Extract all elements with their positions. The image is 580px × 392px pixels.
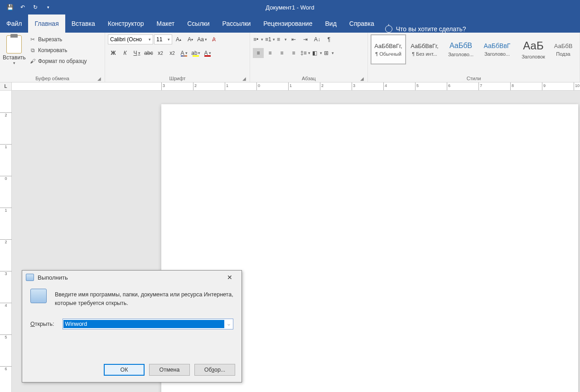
group-styles-label: Стили (371, 75, 577, 82)
horizontal-ruler[interactable]: 32101234567891011121314151617 (12, 82, 580, 91)
style-no-spacing[interactable]: АаБбВвГг, ¶ Без инт... (407, 34, 442, 64)
styles-gallery[interactable]: АаБбВвГг, ¶ Обычный АаБбВвГг, ¶ Без инт.… (371, 34, 575, 64)
underline-button[interactable]: Ч▾ (131, 48, 142, 58)
ruler-corner[interactable]: L (0, 82, 12, 91)
font-color-button[interactable]: A▾ (202, 48, 213, 58)
paste-label: Вставить (3, 54, 26, 61)
cut-button[interactable]: ✂ Вырезать (27, 34, 89, 44)
multilevel-button[interactable]: ≡▾ (276, 34, 287, 44)
shrink-font-button[interactable]: A▾ (185, 34, 196, 44)
increase-indent-button[interactable]: ⇥ (300, 34, 311, 44)
text-effects-button[interactable]: A▾ (179, 48, 189, 58)
close-button[interactable]: ✕ (222, 271, 238, 284)
scissors-icon: ✂ (29, 36, 36, 43)
vertical-ruler[interactable]: 210123456789101112 (0, 91, 12, 392)
run-icon (30, 289, 47, 303)
tell-me-label: Что вы хотите сделать? (396, 25, 466, 33)
undo-icon[interactable]: ↶ (17, 2, 28, 13)
group-font-label: Шрифт◢ (108, 75, 247, 82)
dialog-launcher-icon[interactable]: ◢ (97, 76, 101, 81)
grow-font-button[interactable]: A▴ (173, 34, 184, 44)
cancel-button[interactable]: Отмена (149, 364, 190, 376)
numbering-button[interactable]: ≡1▾ (265, 34, 276, 44)
style-normal[interactable]: АаБбВвГг, ¶ Обычный (371, 34, 406, 64)
line-spacing-button[interactable]: ‡≡▾ (300, 48, 311, 58)
justify-button[interactable]: ≡ (288, 48, 299, 58)
group-clipboard: Вставить ▾ ✂ Вырезать ⧉ Копировать 🖌 Фор… (0, 33, 105, 82)
quick-access-toolbar: 💾 ↶ ↻ ▾ (0, 2, 53, 13)
run-dialog-title: Выполнить (38, 274, 68, 281)
cut-label: Вырезать (38, 36, 62, 43)
tab-view[interactable]: Вид (319, 15, 343, 33)
tab-file[interactable]: Файл (0, 15, 28, 33)
tab-mailings[interactable]: Рассылки (216, 15, 257, 33)
font-size-combo[interactable]: 11▾ (154, 34, 172, 44)
group-styles: АаБбВвГг, ¶ Обычный АаБбВвГг, ¶ Без инт.… (368, 33, 580, 82)
change-case-button[interactable]: Aa▾ (197, 34, 208, 44)
open-label: Открыть: (30, 321, 54, 327)
borders-button[interactable]: ⊞▾ (324, 48, 334, 58)
style-title[interactable]: АаБ Заголовок (516, 34, 551, 64)
tab-home[interactable]: Главная (28, 15, 65, 33)
window-title: Документ1 - Word (266, 4, 314, 11)
style-heading1[interactable]: АаБбВ Заголово... (443, 34, 478, 64)
tab-layout[interactable]: Макет (150, 15, 181, 33)
run-dialog: Выполнить ✕ Введите имя программы, папки… (22, 270, 242, 382)
subscript-button[interactable]: x2 (155, 48, 166, 58)
dialog-launcher-icon[interactable]: ◢ (360, 76, 364, 81)
group-clipboard-label: Буфер обмена◢ (3, 75, 102, 82)
align-center-button[interactable]: ≡ (265, 48, 276, 58)
copy-label: Копировать (38, 47, 68, 53)
bold-button[interactable]: Ж (108, 48, 119, 58)
font-name-combo[interactable]: Calibri (Осно▾ (108, 34, 153, 44)
browse-button[interactable]: Обзор... (194, 364, 235, 376)
shading-button[interactable]: ◧▾ (312, 48, 323, 58)
style-heading2[interactable]: АаБбВвГ Заголово... (479, 34, 515, 64)
open-value: Winword (63, 320, 224, 328)
superscript-button[interactable]: x2 (167, 48, 178, 58)
strikethrough-button[interactable]: abc (143, 48, 154, 58)
bullets-button[interactable]: ≡•▾ (253, 34, 264, 44)
group-font: Calibri (Осно▾ 11▾ A▴ A▾ Aa▾ A̷ Ж К Ч▾ a… (105, 33, 250, 82)
decrease-indent-button[interactable]: ⇤ (288, 34, 299, 44)
paste-button[interactable]: Вставить ▾ (3, 34, 25, 65)
run-instruction: Введите имя программы, папки, документа … (55, 289, 233, 308)
ribbon: Вставить ▾ ✂ Вырезать ⧉ Копировать 🖌 Фор… (0, 33, 580, 82)
italic-button[interactable]: К (120, 48, 130, 58)
style-subtitle[interactable]: АаБбВ Подза (552, 34, 575, 64)
clear-formatting-button[interactable]: A̷ (208, 34, 219, 44)
tell-me-search[interactable]: Что вы хотите сделать? (385, 25, 466, 33)
tab-help[interactable]: Справка (343, 15, 381, 33)
sort-button[interactable]: A↓ (312, 34, 323, 44)
copy-icon: ⧉ (29, 47, 36, 54)
ok-button[interactable]: ОК (104, 364, 145, 376)
ribbon-tabs: Файл Главная Вставка Конструктор Макет С… (0, 15, 580, 33)
open-combobox[interactable]: Winword ⌵ (63, 319, 233, 329)
format-painter-button[interactable]: 🖌 Формат по образцу (27, 56, 89, 66)
brush-icon: 🖌 (29, 58, 36, 65)
save-icon[interactable]: 💾 (5, 2, 15, 13)
dropdown-icon[interactable]: ⌵ (225, 321, 233, 326)
qat-dropdown-icon[interactable]: ▾ (43, 2, 53, 13)
tab-design[interactable]: Конструктор (102, 15, 150, 33)
show-marks-button[interactable]: ¶ (324, 34, 334, 44)
paste-icon (6, 35, 22, 53)
tab-references[interactable]: Ссылки (181, 15, 216, 33)
align-left-button[interactable]: ≡ (253, 48, 264, 58)
run-icon (26, 274, 34, 281)
copy-button[interactable]: ⧉ Копировать (27, 45, 89, 55)
highlight-button[interactable]: ab▾ (190, 48, 201, 58)
format-painter-label: Формат по образцу (38, 58, 87, 64)
run-dialog-titlebar[interactable]: Выполнить ✕ (22, 271, 242, 284)
group-paragraph-label: Абзац◢ (253, 75, 365, 82)
group-paragraph: ≡•▾ ≡1▾ ≡▾ ⇤ ⇥ A↓ ¶ ≡ ≡ ≡ ≡ ‡≡▾ ◧▾ ⊞▾ Аб… (250, 33, 368, 82)
lightbulb-icon (385, 25, 392, 33)
title-bar: 💾 ↶ ↻ ▾ Документ1 - Word (0, 0, 580, 15)
dialog-launcher-icon[interactable]: ◢ (242, 76, 246, 81)
tab-review[interactable]: Рецензирование (257, 15, 319, 33)
tab-insert[interactable]: Вставка (65, 15, 102, 33)
redo-icon[interactable]: ↻ (30, 2, 41, 13)
align-right-button[interactable]: ≡ (276, 48, 287, 58)
